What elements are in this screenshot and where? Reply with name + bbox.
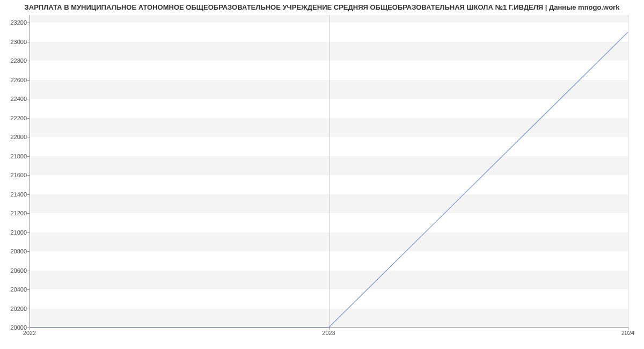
y-tick-label: 20200	[3, 306, 27, 312]
y-tick-mark	[27, 271, 30, 271]
y-tick-mark	[27, 23, 30, 23]
vertical-gridline	[628, 15, 628, 328]
x-tick-mark	[628, 328, 628, 330]
y-tick-mark	[27, 99, 30, 99]
y-axis-line	[30, 15, 30, 328]
y-tick-label: 22400	[3, 96, 27, 102]
y-tick-mark	[27, 80, 30, 81]
x-tick-label: 2023	[322, 330, 335, 336]
y-tick-label: 20400	[3, 286, 27, 293]
y-tick-mark	[27, 232, 30, 233]
y-tick-mark	[27, 42, 30, 42]
y-tick-mark	[27, 309, 30, 309]
y-tick-mark	[27, 118, 30, 119]
y-tick-label: 21200	[3, 210, 27, 216]
x-tick-mark	[30, 328, 30, 330]
y-tick-mark	[27, 175, 30, 176]
y-tick-label: 21600	[3, 172, 27, 178]
y-tick-mark	[27, 61, 30, 61]
y-tick-label: 23000	[3, 39, 27, 45]
y-tick-mark	[27, 194, 30, 195]
y-tick-mark	[27, 213, 30, 214]
y-tick-label: 20800	[3, 248, 27, 255]
y-tick-label: 21800	[3, 153, 27, 159]
y-tick-label: 21400	[3, 191, 27, 198]
y-tick-mark	[27, 251, 30, 252]
y-tick-label: 20600	[3, 267, 27, 274]
y-tick-mark	[27, 137, 30, 137]
y-tick-label: 21000	[3, 229, 27, 236]
y-tick-mark	[27, 156, 30, 157]
x-tick-label: 2024	[621, 330, 634, 336]
y-tick-label: 22600	[3, 77, 27, 83]
series-line	[30, 32, 628, 328]
chart-title: ЗАРПЛАТА В МУНИЦИПАЛЬНОЕ АТОНОМНОЕ ОБЩЕО…	[0, 3, 644, 11]
chart-container: ЗАРПЛАТА В МУНИЦИПАЛЬНОЕ АТОНОМНОЕ ОБЩЕО…	[0, 0, 644, 349]
y-tick-label: 22800	[3, 57, 27, 64]
y-tick-label: 23200	[3, 19, 27, 26]
y-tick-mark	[27, 289, 30, 290]
plot-area	[30, 15, 628, 328]
y-tick-label: 22200	[3, 115, 27, 121]
y-tick-label: 22000	[3, 134, 27, 140]
line-layer	[30, 15, 628, 328]
x-tick-label: 2022	[23, 330, 36, 336]
x-tick-mark	[329, 328, 330, 330]
